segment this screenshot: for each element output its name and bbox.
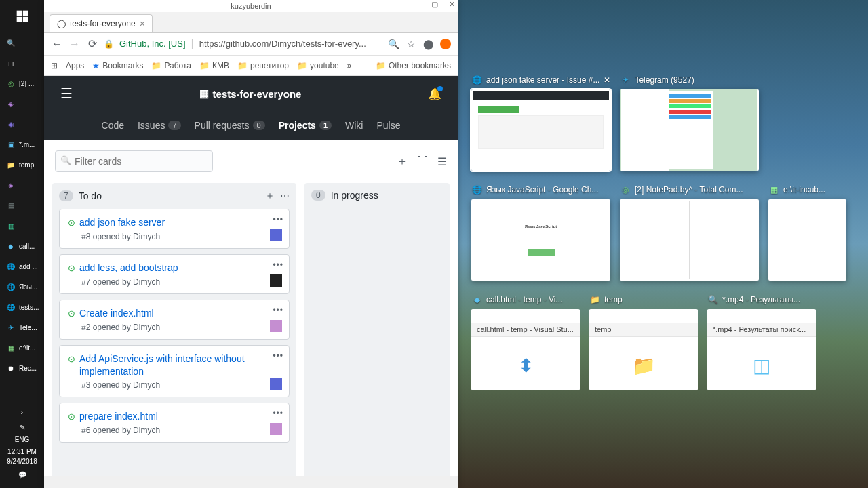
assignee-avatar[interactable] <box>270 378 282 390</box>
folder-icon: 📁 <box>589 294 600 305</box>
star-icon[interactable]: ☆ <box>405 39 417 49</box>
pen-icon[interactable]: ✎ <box>0 420 44 435</box>
project-card[interactable]: ⊙add less, add bootstrap#7 opened by Dim… <box>59 254 290 294</box>
card-menu-icon[interactable]: ••• <box>273 215 283 224</box>
taskbar-item[interactable]: 🌐add ... <box>0 256 44 277</box>
assignee-avatar[interactable] <box>270 274 282 287</box>
column-add-icon[interactable]: ＋ <box>265 190 275 202</box>
card-title-link[interactable]: add less, add bootstrap <box>79 262 178 274</box>
assignee-avatar[interactable] <box>270 229 282 241</box>
bookmark-item[interactable]: ★Bookmarks <box>92 61 143 70</box>
tray[interactable]: › ✎ ENG 12:31 PM 9/24/2018 💬 <box>0 401 44 488</box>
nav-issues[interactable]: Issues7 <box>138 120 181 131</box>
project-card[interactable]: ⊙add json fake server#8 opened by Dimych… <box>59 209 290 249</box>
taskbar-item[interactable]: ◈ <box>0 175 44 195</box>
lock-icon[interactable]: 🔒 <box>104 39 114 49</box>
taskbar-item[interactable]: ◆call... <box>0 236 44 256</box>
maximize-icon[interactable]: ▢ <box>431 0 438 9</box>
nav-pulse[interactable]: Pulse <box>376 120 400 131</box>
extension-icon[interactable]: ⬤ <box>422 39 435 49</box>
taskview-window[interactable]: ▦e:\it-incub... <box>768 184 846 281</box>
assignee-avatar[interactable] <box>270 320 282 332</box>
bookmark-folder[interactable]: 📁youtube <box>297 61 339 70</box>
bookmark-folder[interactable]: 📁КМВ <box>199 61 229 70</box>
card-title-link[interactable]: add json fake server <box>79 216 165 229</box>
language-indicator[interactable]: ENG <box>0 435 44 445</box>
taskbar-item[interactable]: ✈Tele... <box>0 317 44 338</box>
card-title-link[interactable]: Create index.html <box>79 307 154 320</box>
menu-icon[interactable]: ☰ <box>437 155 447 168</box>
taskbar-item[interactable]: ◉ <box>0 114 44 134</box>
browser-tab[interactable]: ◯ tests-for-everyone × <box>50 14 153 32</box>
assignee-avatar[interactable] <box>270 423 282 435</box>
bookmark-apps[interactable]: Apps <box>66 61 84 70</box>
window-titlebar[interactable]: kuzyuberdin — ▢ ✕ <box>44 0 458 12</box>
project-card[interactable]: ⊙Create index.html#2 opened by Dimych••• <box>59 300 290 340</box>
add-card-icon[interactable]: ＋ <box>397 155 408 169</box>
taskview-window[interactable]: 🔍*.mp4 - Результаты... *.mp4 - Результат… <box>707 294 816 390</box>
nav-wiki[interactable]: Wiki <box>345 120 363 131</box>
taskbar-item[interactable]: ▥ <box>0 216 44 236</box>
card-title-link[interactable]: prepare index.html <box>79 410 158 423</box>
notifications-icon[interactable]: 🔔 <box>428 87 441 100</box>
repo-title[interactable]: ▦tests-for-everyone <box>199 87 302 100</box>
close-icon[interactable]: ✕ <box>604 75 610 85</box>
taskbar-item[interactable]: ▣*.m... <box>0 134 44 155</box>
svg-rect-1 <box>22 11 28 16</box>
taskbar-taskview-icon[interactable]: ◻ <box>0 53 44 73</box>
taskview-window[interactable]: 🌐add json fake server - Issue #...✕ <box>471 75 610 171</box>
card-menu-icon[interactable]: ••• <box>273 260 283 270</box>
minimize-icon[interactable]: — <box>413 0 420 9</box>
taskview-window[interactable]: ◎[2] NotePad.by^ - Total Com... <box>620 184 759 281</box>
taskview-window[interactable]: ✈Telegram (9527) <box>620 75 759 171</box>
taskbar-item[interactable]: ◈ <box>0 94 44 114</box>
ublock-icon[interactable] <box>440 39 451 49</box>
taskbar-search-icon[interactable]: 🔍 <box>0 33 44 53</box>
repo-nav: Code Issues7 Pull requests0 Projects1 Wi… <box>44 111 458 140</box>
forward-button[interactable]: → <box>68 38 81 50</box>
tray-chevron-icon[interactable]: › <box>0 405 44 420</box>
nav-pulls[interactable]: Pull requests0 <box>195 120 265 131</box>
bookmark-overflow-icon[interactable]: » <box>347 61 352 70</box>
action-center-icon[interactable]: 💬 <box>0 466 44 484</box>
clock-date[interactable]: 9/24/2018 <box>0 457 44 466</box>
card-menu-icon[interactable]: ••• <box>273 306 283 315</box>
taskbar-item[interactable]: 📁temp <box>0 155 44 175</box>
column-menu-icon[interactable]: ⋯ <box>280 190 290 201</box>
taskbar-item[interactable]: ▦e:\it... <box>0 338 44 358</box>
bookmark-other[interactable]: 📁Other bookmarks <box>376 61 451 70</box>
tab-close-icon[interactable]: × <box>140 18 145 29</box>
chrome-icon: 🌐 <box>471 75 482 85</box>
bookmark-folder[interactable]: 📁репетитор <box>237 61 289 70</box>
hamburger-icon[interactable]: ☰ <box>60 85 73 102</box>
reload-button[interactable]: ⟳ <box>86 37 98 50</box>
nav-projects[interactable]: Projects1 <box>279 120 332 131</box>
back-button[interactable]: ← <box>51 38 63 50</box>
taskbar-item[interactable]: 🌐Язы... <box>0 277 44 297</box>
filter-cards-input[interactable] <box>55 150 213 172</box>
close-icon[interactable]: ✕ <box>449 0 455 9</box>
url-text[interactable]: https://github.com/Dimych/tests-for-ever… <box>199 39 382 49</box>
bookmark-folder[interactable]: 📁Работа <box>151 61 191 70</box>
nav-code[interactable]: Code <box>102 120 124 131</box>
project-card[interactable]: ⊙prepare index.html#6 opened by Dimych••… <box>59 403 290 443</box>
fullscreen-icon[interactable]: ⛶ <box>417 155 428 167</box>
taskbar-item[interactable]: ◎[2] ... <box>0 73 44 94</box>
taskbar-item[interactable]: ⏺Rec... <box>0 358 44 378</box>
start-button[interactable] <box>0 0 44 33</box>
clock-time[interactable]: 12:31 PM <box>0 447 44 457</box>
column-in-progress: 0 In progress <box>304 183 450 488</box>
taskview-window[interactable]: ◆call.html - temp - Vi... call.html - te… <box>471 294 580 390</box>
bookmarks-bar: ⊞Apps ★Bookmarks 📁Работа 📁КМВ 📁репетитор… <box>44 56 458 76</box>
project-card[interactable]: ⊙Add ApiService.js with interface withou… <box>59 345 290 398</box>
card-menu-icon[interactable]: ••• <box>273 351 283 361</box>
taskview-window[interactable]: 📁temp temp📁 <box>589 294 698 390</box>
taskbar-item[interactable]: ▤ <box>0 195 44 216</box>
taskview-window[interactable]: 🌐Язык JavaScript - Google Ch... Язык Jav… <box>471 184 610 281</box>
apps-icon[interactable]: ⊞ <box>51 61 58 70</box>
card-menu-icon[interactable]: ••• <box>273 409 283 418</box>
card-title-link[interactable]: Add ApiService.js with interface without… <box>79 352 281 378</box>
zoom-icon[interactable]: 🔍 <box>387 39 399 49</box>
horizontal-scrollbar[interactable] <box>44 476 458 488</box>
taskbar-item[interactable]: 🌐tests... <box>0 297 44 317</box>
